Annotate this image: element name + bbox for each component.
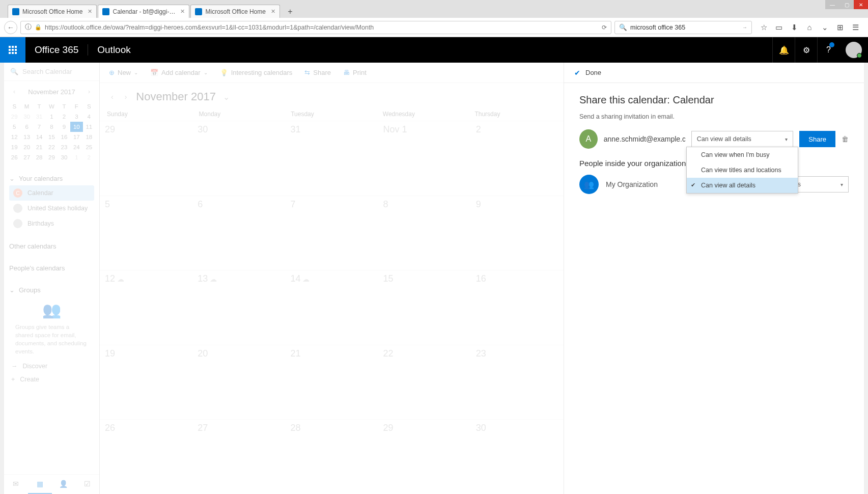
mini-day-cell[interactable]: 3 [70,112,82,122]
mini-day-cell[interactable]: 15 [45,132,58,142]
share-button[interactable]: ⇆ Share [304,69,331,76]
go-icon[interactable]: → [742,24,747,30]
prev-month-button[interactable]: ‹ [11,86,17,97]
day-cell[interactable]: 5 [100,196,192,270]
day-cell[interactable]: 20 [192,345,285,420]
day-cell[interactable]: 15 [378,270,471,345]
new-button[interactable]: ⊕ New ⌄ [109,69,138,76]
add-calendar-button[interactable]: 📅 Add calendar ⌄ [150,69,208,76]
mini-day-cell[interactable]: 31 [33,112,45,122]
close-icon[interactable]: ✕ [88,8,92,15]
permission-option-busy[interactable]: Can view when I'm busy [687,147,798,162]
tab-office-home-1[interactable]: Microsoft Office Home ✕ [8,5,97,18]
menu-icon[interactable]: ☰ [851,23,860,32]
next-month-button[interactable]: › [86,86,92,97]
url-bar[interactable]: ⓘ 🔒 https://outlook.office.de/owa/?realm… [20,21,611,34]
calendar-item-us-holidays[interactable]: United States holiday [9,201,94,216]
day-cell[interactable]: 29 [100,121,192,196]
home-icon[interactable]: ⌂ [805,23,814,32]
search-bar[interactable]: 🔍 microsoft office 365 → [614,21,752,34]
chevron-down-icon[interactable]: ⌄ [223,92,230,102]
remove-recipient-button[interactable]: 🗑 [842,135,849,143]
day-cell[interactable]: 30 [192,121,285,196]
help-button[interactable]: ? [817,37,839,63]
mini-day-cell[interactable]: 23 [58,142,70,152]
people-module-button[interactable]: 👤 [52,475,76,494]
day-cell[interactable]: 30 [471,420,564,494]
day-cell[interactable]: 16 [471,270,564,345]
mini-month-label[interactable]: November 2017 [28,88,75,96]
mini-day-cell[interactable]: 30 [58,152,70,162]
window-close[interactable]: ✕ [854,0,868,9]
recipient-email[interactable]: anne.schmidt@example.c [604,135,685,143]
window-maximize[interactable]: ▢ [839,0,854,9]
mini-day-cell[interactable]: 29 [8,112,20,122]
mini-day-cell[interactable]: 28 [33,152,45,162]
tab-office-home-2[interactable]: Microsoft Office Home ✕ [190,5,279,18]
mini-day-cell[interactable]: 4 [83,112,95,122]
mini-day-cell[interactable]: 22 [45,142,58,152]
day-cell[interactable]: 21 [285,345,378,420]
next-period-button[interactable]: › [123,91,129,103]
day-cell[interactable]: Nov 1 [378,121,471,196]
day-cell[interactable]: 9 [471,196,564,270]
mini-day-cell[interactable]: 6 [20,122,33,132]
mini-day-cell[interactable]: 19 [8,142,20,152]
close-icon[interactable]: ✕ [180,8,185,15]
discover-link[interactable]: → Discover [4,360,99,373]
mini-day-cell[interactable]: 18 [83,132,95,142]
settings-button[interactable]: ⚙ [795,37,817,63]
day-cell[interactable]: 14☁ [285,270,378,345]
your-calendars-header[interactable]: ⌄ Your calendars [9,172,94,185]
mini-day-cell[interactable]: 8 [45,122,58,132]
app-launcher[interactable] [0,37,25,63]
mini-day-cell[interactable]: 27 [20,152,33,162]
day-cell[interactable]: 31 [285,121,378,196]
mini-day-cell[interactable]: 21 [33,142,45,152]
permission-dropdown[interactable]: Can view all details ▾ [691,131,794,147]
done-button[interactable]: ✔ Done [564,63,864,83]
mini-day-cell[interactable]: 30 [20,112,33,122]
day-cell[interactable]: 26 [100,420,192,494]
peoples-calendars-header[interactable]: People's calendars [9,261,94,275]
close-icon[interactable]: ✕ [271,8,275,15]
interesting-calendars-button[interactable]: 💡 Interesting calendars [220,69,293,76]
mini-day-cell[interactable]: 2 [58,112,70,122]
pocket-icon[interactable]: ⌄ [820,23,829,32]
mini-day-cell[interactable]: 13 [20,132,33,142]
calendar-item-calendar[interactable]: C Calendar [9,185,94,201]
back-button[interactable]: ← [4,21,17,34]
month-title[interactable]: November 2017 [136,90,216,103]
mini-day-cell[interactable]: 20 [20,142,33,152]
day-cell[interactable]: 28 [285,420,378,494]
create-link[interactable]: + Create [4,373,99,386]
archive-icon[interactable]: ▭ [774,23,783,32]
mini-day-cell[interactable]: 16 [58,132,70,142]
download-icon[interactable]: ⬇ [790,23,799,32]
mini-day-cell[interactable]: 10 [70,122,82,132]
day-cell[interactable]: 27 [192,420,285,494]
reload-icon[interactable]: ⟳ [602,24,607,31]
user-avatar[interactable] [846,42,862,58]
permission-option-details[interactable]: ✔ Can view all details [687,178,798,193]
day-cell[interactable]: 13☁ [192,270,285,345]
extension-icon[interactable]: ⊞ [835,23,845,32]
mini-day-cell[interactable]: 29 [45,152,58,162]
tab-calendar[interactable]: Calendar - bf@diggi-heroes ✕ [98,5,189,18]
other-calendars-header[interactable]: Other calendars [9,239,94,253]
mini-day-cell[interactable]: 1 [70,152,82,162]
calendar-module-button[interactable]: ▦ [28,475,52,494]
mini-day-cell[interactable]: 5 [8,122,20,132]
day-cell[interactable]: 2 [471,121,564,196]
day-cell[interactable]: 29 [378,420,471,494]
mini-day-cell[interactable]: 25 [83,142,95,152]
day-cell[interactable]: 19 [100,345,192,420]
day-cell[interactable]: 12☁ [100,270,192,345]
day-cell[interactable]: 7 [285,196,378,270]
mini-day-cell[interactable]: 14 [33,132,45,142]
mail-module-button[interactable]: ✉ [4,475,28,494]
day-cell[interactable]: 23 [471,345,564,420]
mini-day-cell[interactable]: 12 [8,132,20,142]
mini-day-cell[interactable]: 1 [45,112,58,122]
app-title[interactable]: Outlook [88,44,139,56]
